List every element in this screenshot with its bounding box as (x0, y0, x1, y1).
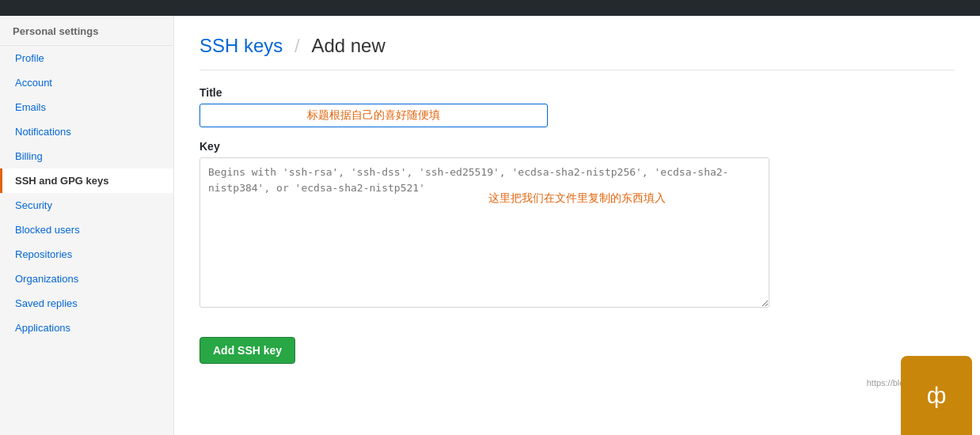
sidebar-item-billing[interactable]: Billing (0, 144, 173, 168)
title-label: Title (199, 86, 955, 99)
sidebar-item-emails[interactable]: Emails (0, 95, 173, 119)
breadcrumb-addnew: Add new (311, 35, 385, 56)
sidebar-item-ssh-gpg-keys[interactable]: SSH and GPG keys (0, 168, 173, 193)
key-textarea-wrapper: 这里把我们在文件里复制的东西填入 (199, 157, 955, 206)
top-navigation-bar (0, 0, 980, 16)
sidebar-item-saved-replies[interactable]: Saved replies (0, 291, 173, 316)
sidebar-item-blocked-users[interactable]: Blocked users (0, 218, 173, 242)
page-header: SSH keys / Add new (199, 35, 955, 57)
breadcrumb-separator: / (294, 35, 305, 56)
main-content: SSH keys / Add new Title 标题根据自己的喜好随便填 Ke… (174, 16, 980, 435)
header-divider (199, 70, 955, 70)
sidebar-item-security[interactable]: Security (0, 193, 173, 218)
sidebar-item-repositories[interactable]: Repositories (0, 242, 173, 267)
sidebar-item-profile[interactable]: Profile (0, 46, 173, 70)
sidebar-item-notifications[interactable]: Notifications (0, 119, 173, 144)
anime-decoration: ф (901, 356, 972, 435)
key-label: Key (199, 140, 955, 153)
breadcrumb-ssh: SSH keys (199, 35, 283, 56)
sidebar-header: Personal settings (0, 16, 173, 46)
sidebar-item-account[interactable]: Account (0, 70, 173, 95)
page-title: SSH keys / Add new (199, 35, 386, 57)
sidebar-item-organizations[interactable]: Organizations (0, 267, 173, 291)
key-form-group: Key 这里把我们在文件里复制的东西填入 (199, 140, 955, 206)
sidebar: Personal settings ProfileAccountEmailsNo… (0, 16, 174, 435)
title-form-group: Title 标题根据自己的喜好随便填 (199, 86, 955, 127)
title-input[interactable] (199, 104, 548, 127)
sidebar-item-applications[interactable]: Applications (0, 316, 173, 340)
key-textarea[interactable] (199, 157, 769, 308)
add-ssh-key-button[interactable]: Add SSH key (199, 337, 295, 364)
